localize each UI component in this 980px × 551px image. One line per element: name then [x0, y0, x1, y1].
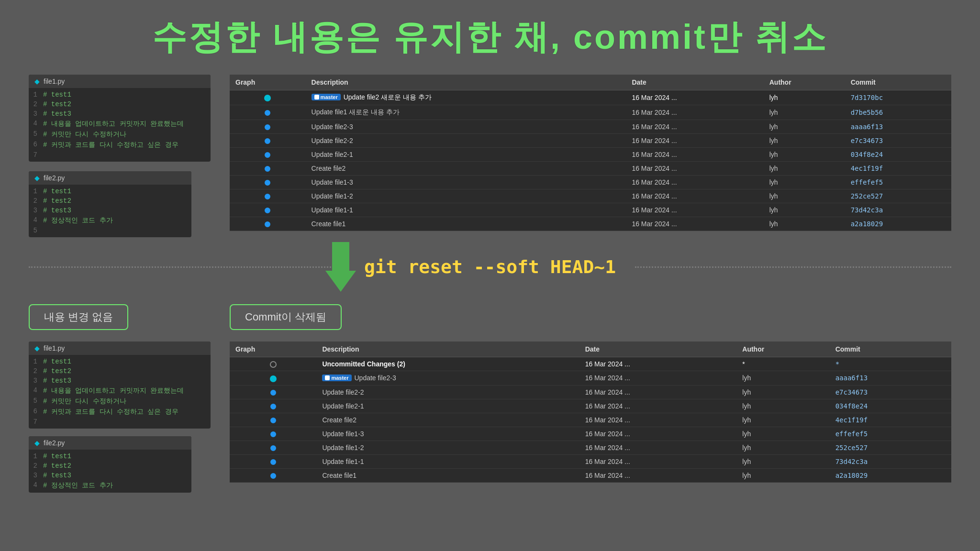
code-line: 1 # test1	[29, 90, 211, 99]
table-row: Update file2-116 Mar 2024 ...lyh034f8e24	[230, 399, 951, 413]
bottom-left-panel: 내용 변경 없음 ◆ file1.py 1 # test12 # test23 …	[29, 304, 211, 493]
graph-cell	[230, 371, 316, 385]
code-line: 7	[29, 417, 211, 427]
table-row: Uncommitted Changes (2)16 Mar 2024 ...**	[230, 357, 951, 371]
date-cell: 16 Mar 2024 ...	[579, 413, 737, 427]
commit-dot	[265, 124, 270, 130]
top-file1-name: file1.py	[44, 77, 65, 85]
commit-dot	[270, 445, 276, 451]
date-cell: 16 Mar 2024 ...	[579, 357, 737, 371]
left-dotted-line	[29, 266, 345, 268]
code-line: 5	[29, 226, 191, 235]
commit-hash-cell: 73d42c3a	[845, 203, 951, 217]
top-file1-header: ◆ file1.py	[29, 75, 211, 88]
commit-dot-blue	[264, 95, 271, 101]
col-author: Author	[764, 75, 845, 90]
description-cell: Create file1	[306, 217, 626, 231]
author-cell: lyh	[764, 203, 845, 217]
line-number: 4	[29, 386, 43, 395]
commit-hash-cell: effefef5	[830, 427, 951, 441]
date-cell: 16 Mar 2024 ...	[626, 176, 763, 189]
code-line: 1 # test1	[29, 187, 191, 196]
line-number: 6	[29, 408, 43, 416]
code-line: 4 # 정상적인 코드 추가	[29, 215, 191, 226]
date-cell: 16 Mar 2024 ...	[626, 90, 763, 105]
description-text: Create file1	[312, 220, 346, 228]
date-cell: 16 Mar 2024 ...	[579, 454, 737, 468]
commit-hash-cell: effefef5	[845, 176, 951, 189]
commit-hash-cell: 252ce527	[830, 441, 951, 454]
commit-dot	[265, 138, 270, 144]
line-code: # test3	[43, 472, 71, 479]
line-code: # test2	[43, 100, 71, 108]
top-file2-header: ◆ file2.py	[29, 171, 191, 185]
description-cell: masterUpdate file2 새로운 내용 추가	[306, 90, 626, 105]
top-file2-content: 1 # test12 # test23 # test34 # 정상적인 코드 추…	[29, 185, 191, 237]
description-cell: Update file2-2	[306, 134, 626, 148]
description-cell: Update file1-2	[316, 441, 579, 454]
table-row: Update file1-216 Mar 2024 ...lyh252ce527	[230, 441, 951, 454]
line-number: 5	[29, 227, 43, 234]
commit-hash-cell: a2a18029	[830, 468, 951, 482]
graph-cell	[230, 413, 316, 427]
description-text: Update file1-1	[322, 458, 364, 465]
commit-hash-cell: 4ec1f19f	[845, 162, 951, 176]
bottom-file1-name: file1.py	[44, 344, 65, 352]
top-left-panel: ◆ file1.py 1 # test12 # test23 # test34 …	[29, 75, 211, 237]
commit-dot	[265, 166, 270, 172]
commit-hash-cell: a2a18029	[845, 217, 951, 231]
description-cell: Update file2-2	[316, 385, 579, 399]
graph-cell	[230, 385, 316, 399]
author-cell: *	[736, 357, 829, 371]
line-code: # 커밋과 코드를 다시 수정하고 싶은 경우	[43, 141, 178, 149]
bottom-col-description: Description	[316, 342, 579, 357]
commit-hash-cell: aaaa6f13	[830, 371, 951, 385]
line-code: # test1	[43, 91, 71, 99]
date-cell: 16 Mar 2024 ...	[626, 217, 763, 231]
date-cell: 16 Mar 2024 ...	[579, 468, 737, 482]
line-number: 5	[29, 397, 43, 406]
author-cell: lyh	[736, 371, 829, 385]
file2-icon: ◆	[34, 174, 40, 182]
description-cell: masterUpdate file2-3	[316, 371, 579, 385]
bottom-file1-header: ◆ file1.py	[29, 342, 211, 355]
table-row: Create file216 Mar 2024 ...lyh4ec1f19f	[230, 162, 951, 176]
commit-dot	[265, 221, 270, 227]
date-cell: 16 Mar 2024 ...	[579, 427, 737, 441]
commit-deleted-label: Commit이 삭제됨	[230, 304, 342, 330]
description-text: Create file2	[312, 165, 346, 172]
author-cell: lyh	[736, 454, 829, 468]
master-badge: master	[322, 375, 351, 381]
bottom-file2-editor: ◆ file2.py 1 # test12 # test23 # test34 …	[29, 436, 191, 493]
file-icon: ◆	[34, 77, 40, 85]
commit-dot	[270, 473, 276, 479]
commit-hash-cell: e7c34673	[845, 134, 951, 148]
commit-dot	[265, 180, 270, 186]
commit-hash-cell: 4ec1f19f	[830, 413, 951, 427]
line-number: 1	[29, 91, 43, 99]
no-change-label: 내용 변경 없음	[29, 304, 128, 330]
author-cell: lyh	[764, 148, 845, 162]
description-text: Update file1-1	[312, 206, 353, 214]
line-number: 2	[29, 100, 43, 108]
date-cell: 16 Mar 2024 ...	[579, 371, 737, 385]
description-cell: Update file1-3	[316, 427, 579, 441]
table-row: Update file1 새로운 내용 추가16 Mar 2024 ...lyh…	[230, 105, 951, 120]
top-file2-name: file2.py	[44, 174, 65, 182]
commit-dot	[270, 390, 276, 396]
bottom-git-tbody: Uncommitted Changes (2)16 Mar 2024 ...**…	[230, 357, 951, 483]
table-row: Update file2-216 Mar 2024 ...lyhe7c34673	[230, 385, 951, 399]
author-cell: lyh	[736, 413, 829, 427]
description-text: Update file2 새로운 내용 추가	[344, 93, 432, 101]
col-date: Date	[626, 75, 763, 90]
graph-cell	[230, 134, 306, 148]
table-row: Update file2-116 Mar 2024 ...lyh034f8e24	[230, 148, 951, 162]
commit-dot-empty	[270, 361, 277, 368]
commit-dot	[270, 431, 276, 437]
description-text: Update file1-2	[312, 192, 353, 200]
description-text: Uncommitted Changes (2)	[322, 360, 405, 368]
description-text: Update file2-1	[322, 402, 364, 410]
arrow-head	[325, 271, 356, 292]
master-badge: master	[312, 94, 341, 100]
graph-cell	[230, 357, 316, 371]
